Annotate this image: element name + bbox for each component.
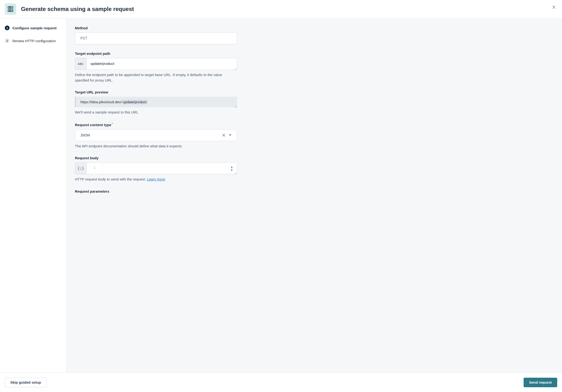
chevron-down-icon: [229, 134, 232, 137]
content-type-help: The API endpoint documentation should de…: [75, 144, 237, 149]
modal-header: Generate schema using a sample request: [0, 0, 562, 18]
body-label: Request body: [75, 156, 237, 160]
url-path: update/product: [122, 99, 147, 104]
abc-addon: ABC: [75, 58, 87, 70]
body-help: HTTP request body to send with the reque…: [75, 177, 237, 182]
url-preview-box: https://idea.pikocloud.dev/update/produc…: [75, 97, 237, 107]
required-indicator: *: [112, 122, 113, 125]
close-icon: [552, 5, 556, 9]
code-addon-icon: {;}: [75, 163, 87, 174]
step-configure-request[interactable]: 1 Configure sample request: [5, 24, 62, 32]
step-number-badge: 1: [5, 25, 10, 30]
line-gutter: 1: [87, 163, 102, 174]
form-panel: Method Target endpoint path ABC update/p…: [66, 18, 562, 392]
close-button[interactable]: [550, 4, 557, 11]
schema-icon: [5, 3, 16, 15]
expand-handle-icon[interactable]: ▴ ┄ ▾: [231, 166, 233, 171]
params-label: Request parameters: [75, 189, 237, 193]
steps-sidebar: 1 Configure sample request 2 Review HTTP…: [0, 18, 66, 392]
resize-handle-icon: [234, 104, 237, 107]
method-input[interactable]: [75, 33, 237, 44]
skip-guided-setup-button[interactable]: Skip guided setup: [5, 378, 47, 387]
clear-icon[interactable]: [222, 134, 225, 137]
step-label: Configure sample request: [12, 26, 57, 30]
url-preview-label: Target URL preview: [75, 90, 237, 94]
modal-footer: Skip guided setup Send request: [0, 372, 562, 392]
endpoint-input[interactable]: update/product: [87, 58, 237, 70]
content-type-select[interactable]: JSON: [75, 129, 237, 141]
step-label: Review HTTP configuration: [12, 39, 56, 43]
url-base: https://idea.pikocloud.dev/: [80, 100, 122, 104]
step-number-badge: 2: [5, 38, 10, 43]
endpoint-input-group: ABC update/product: [75, 58, 237, 70]
svg-point-7: [12, 11, 12, 11]
svg-point-6: [12, 7, 12, 8]
endpoint-label: Target endpoint path: [75, 51, 237, 56]
modal-title: Generate schema using a sample request: [21, 6, 134, 12]
content-type-label: Request content type*: [75, 122, 237, 127]
endpoint-help: Define the endpoint path to be appended …: [75, 72, 237, 83]
content-type-value: JSON: [80, 133, 90, 137]
url-preview-help: We'll send a sample request to this URL: [75, 110, 237, 115]
learn-more-link[interactable]: Learn more: [147, 177, 165, 181]
method-label: Method: [75, 26, 237, 30]
send-request-button[interactable]: Send request: [524, 378, 557, 387]
step-review-http[interactable]: 2 Review HTTP configuration: [5, 37, 62, 45]
body-editor[interactable]: {;} 1 ▴ ┄ ▾: [75, 162, 237, 174]
